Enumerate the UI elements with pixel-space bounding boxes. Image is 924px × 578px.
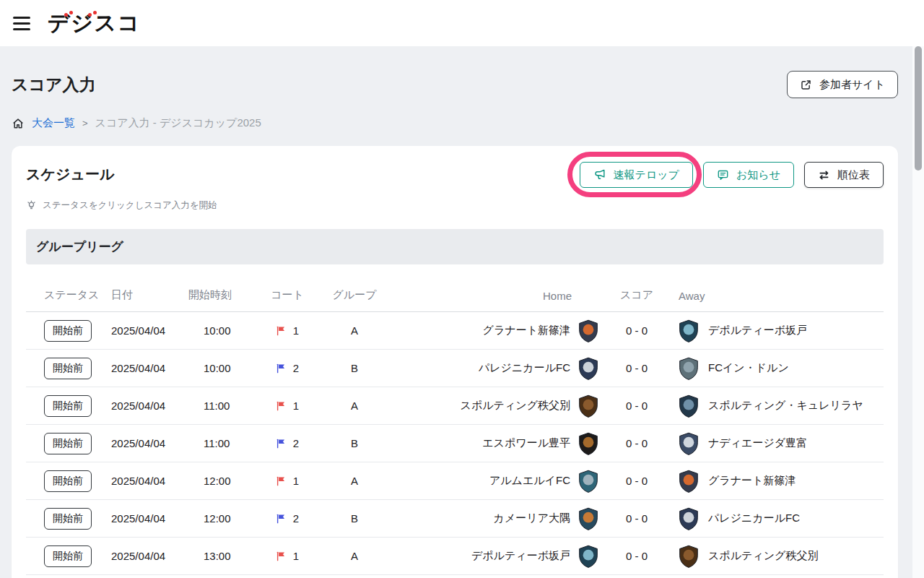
breadcrumb-current: スコア入力 - デジスコカップ2025: [95, 116, 261, 130]
status-button[interactable]: 開始前: [44, 320, 92, 342]
away-team-logo: [678, 507, 699, 530]
col-start-time: 開始時刻: [185, 288, 256, 302]
speech-bubble-icon: [717, 169, 729, 181]
court-number: 2: [293, 512, 299, 525]
table-row: 開始前 2025/04/04 10:00 1 A グラナート新篠津 0 - 0: [26, 312, 884, 350]
score-text: 0 - 0: [599, 475, 674, 487]
home-team-logo: [578, 432, 599, 455]
table-row: 開始前 2025/04/04 12:00 2 B カメーリア大隅 0 - 0 パ: [26, 500, 884, 538]
status-button[interactable]: 開始前: [44, 395, 92, 417]
status-button[interactable]: 開始前: [44, 470, 92, 492]
main-content: スコア入力 参加者サイト 大会一覧 > スコア入力 - デジスコカップ2025 …: [0, 71, 924, 578]
court-number: 1: [293, 550, 299, 562]
hamburger-menu-icon[interactable]: [13, 17, 30, 30]
away-team-name: デポルティーボ坂戸: [708, 324, 807, 337]
notice-label: お知らせ: [736, 168, 780, 182]
app-logo[interactable]: デジスコ: [48, 12, 141, 34]
match-date: 2025/04/04: [107, 512, 185, 525]
match-date: 2025/04/04: [107, 475, 185, 487]
group-league-title: グループリーグ: [36, 240, 123, 254]
page-title: スコア入力: [12, 74, 96, 96]
home-team-logo: [578, 394, 599, 418]
home-team-name: デポルティーボ坂戸: [471, 549, 570, 563]
col-status: ステータス: [26, 288, 107, 302]
status-button[interactable]: 開始前: [44, 508, 92, 530]
away-team-logo: [678, 545, 699, 568]
table-row: 開始前 2025/04/04 11:00 1 A スポルティング秩父別 0 - …: [26, 387, 884, 425]
match-time: 13:00: [185, 550, 256, 562]
match-date: 2025/04/04: [107, 437, 185, 449]
group-label: A: [319, 475, 390, 487]
status-button[interactable]: 開始前: [44, 545, 92, 567]
home-team-name: パレジニカールFC: [479, 361, 570, 375]
court-flag-icon: [276, 475, 286, 486]
lightbulb-icon: [26, 200, 37, 211]
table-row: 開始前 2025/04/04 13:00 1 A デポルティーボ坂戸 0 - 0: [26, 538, 884, 575]
col-group: グループ: [319, 288, 390, 302]
court-number: 2: [293, 437, 299, 449]
court-number: 1: [293, 475, 299, 487]
score-text: 0 - 0: [599, 437, 674, 449]
breadcrumb: 大会一覧 > スコア入力 - デジスコカップ2025: [12, 116, 898, 130]
standings-button[interactable]: 順位表: [804, 162, 884, 188]
status-hint: ステータスをクリックしスコア入力を開始: [26, 199, 884, 212]
score-text: 0 - 0: [599, 400, 674, 412]
away-team-name: FCイン・ドルン: [708, 361, 789, 375]
away-team-name: グラナート新篠津: [708, 474, 796, 488]
group-label: B: [319, 437, 390, 449]
match-date: 2025/04/04: [107, 400, 185, 412]
group-label: A: [319, 324, 390, 337]
schedule-card: スケジュール 速報テロップ: [12, 146, 898, 578]
home-team-logo: [578, 319, 599, 342]
external-link-icon: [800, 79, 812, 91]
match-time: 12:00: [185, 475, 256, 487]
home-team-name: スポルティング秩父別: [461, 399, 570, 413]
notice-button[interactable]: お知らせ: [703, 162, 794, 188]
scrollbar-thumb[interactable]: [915, 46, 922, 171]
score-text: 0 - 0: [599, 324, 674, 337]
score-text: 0 - 0: [599, 362, 674, 374]
megaphone-icon: [593, 168, 606, 181]
court-number: 1: [293, 324, 299, 337]
table-header: ステータス 日付 開始時刻 コート グループ Home スコア Away: [26, 264, 884, 312]
schedule-title: スケジュール: [26, 165, 114, 184]
court-flag-icon: [276, 551, 286, 561]
court-flag-icon: [276, 438, 286, 449]
match-time: 12:00: [185, 512, 256, 525]
schedule-table-body: 開始前 2025/04/04 10:00 1 A グラナート新篠津 0 - 0: [26, 312, 884, 575]
standings-label: 順位表: [837, 168, 870, 182]
home-team-name: エスポワール豊平: [482, 436, 570, 450]
home-team-logo: [578, 470, 599, 493]
match-time: 11:00: [185, 400, 256, 412]
away-team-logo: [678, 470, 699, 493]
status-button[interactable]: 開始前: [44, 358, 92, 379]
scrollbar: [912, 46, 924, 578]
away-team-logo: [678, 357, 699, 380]
table-row: 開始前 2025/04/04 11:00 2 B エスポワール豊平 0 - 0: [26, 425, 884, 462]
col-home: Home: [390, 290, 599, 302]
court-flag-icon: [276, 363, 286, 374]
court-flag-icon: [276, 400, 286, 411]
score-text: 0 - 0: [599, 550, 674, 562]
home-team-logo: [578, 507, 599, 530]
match-time: 11:00: [185, 437, 256, 449]
home-icon: [12, 117, 25, 130]
match-date: 2025/04/04: [107, 550, 185, 562]
away-team-name: スポルティング・キュレリラヤ: [708, 399, 863, 413]
away-team-name: ナディエージダ豊富: [708, 436, 807, 450]
col-score: スコア: [599, 288, 674, 302]
home-team-logo: [578, 545, 599, 568]
group-label: B: [319, 362, 390, 374]
home-team-name: アルムエルイFC: [489, 474, 570, 488]
breadcrumb-link-tournaments[interactable]: 大会一覧: [32, 116, 75, 130]
group-label: B: [319, 512, 390, 525]
match-time: 10:00: [185, 324, 256, 337]
live-ticker-button[interactable]: 速報テロップ: [580, 162, 693, 188]
col-away: Away: [674, 290, 884, 302]
court-flag-icon: [276, 513, 286, 524]
away-team-name: スポルティング秩父別: [708, 549, 818, 563]
col-court: コート: [256, 288, 319, 302]
participant-site-button[interactable]: 参加者サイト: [787, 71, 898, 98]
swap-arrows-icon: [818, 170, 830, 181]
status-button[interactable]: 開始前: [44, 433, 92, 454]
